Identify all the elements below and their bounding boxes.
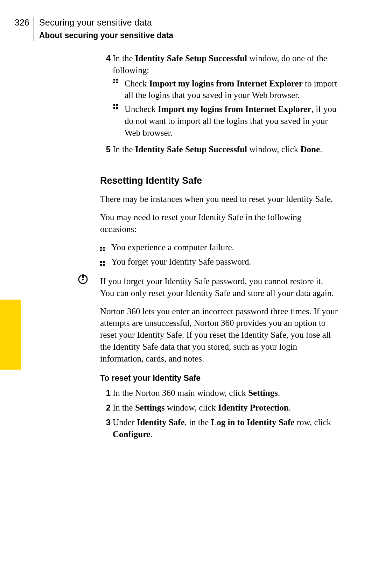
step-number: 3	[100, 416, 113, 440]
paragraph: There may be instances when you need to …	[100, 193, 338, 205]
svg-rect-15	[103, 264, 105, 266]
step-2: 2 In the Settings window, click Identity…	[100, 402, 338, 414]
chapter-title: Securing your sensitive data	[39, 17, 173, 29]
step-text: In the Identity Safe Setup Successful wi…	[113, 144, 338, 155]
svg-rect-3	[116, 82, 118, 83]
svg-rect-14	[100, 264, 102, 266]
step-5: 5 In the Identity Safe Setup Successful …	[100, 144, 338, 155]
warning-icon	[78, 274, 88, 285]
step-number: 1	[100, 387, 113, 399]
svg-rect-2	[113, 82, 115, 83]
svg-rect-4	[113, 104, 115, 106]
page-number: 326	[15, 17, 34, 29]
svg-rect-6	[113, 107, 115, 109]
step-1: 1 In the Norton 360 main window, click S…	[100, 387, 338, 399]
square-bullet-icon	[113, 103, 125, 109]
list-text: You forget your Identity Safe password.	[111, 256, 251, 268]
step-text: In the Settings window, click Identity P…	[113, 402, 338, 414]
bullet-text: Uncheck Import my logins from Internet E…	[125, 103, 338, 139]
page-tab	[0, 300, 21, 370]
svg-rect-18	[82, 274, 84, 278]
svg-rect-0	[113, 79, 115, 80]
section-title: About securing your sensitive data	[39, 30, 173, 41]
bullet-text: Check Import my logins from Internet Exp…	[125, 78, 338, 102]
svg-rect-1	[116, 79, 118, 80]
svg-rect-12	[100, 261, 102, 263]
step-text: In the Norton 360 main window, click Set…	[113, 387, 338, 399]
svg-rect-10	[100, 250, 102, 251]
square-bullet-icon	[100, 256, 111, 269]
sub-bullet: Uncheck Import my logins from Internet E…	[113, 103, 338, 139]
list-item: You forget your Identity Safe password.	[100, 256, 338, 269]
step-text: Under Identity Safe, in the Log in to Id…	[113, 416, 338, 440]
main-content: 4 In the Identity Safe Setup Successful …	[100, 52, 338, 443]
step-number: 5	[100, 144, 113, 155]
square-bullet-icon	[100, 241, 111, 255]
warning-paragraph: If you forget your Identity Safe passwor…	[100, 275, 338, 299]
step-3: 3 Under Identity Safe, in the Log in to …	[100, 416, 338, 440]
procedure-heading: To reset your Identity Safe	[100, 373, 338, 384]
svg-rect-5	[116, 104, 118, 106]
svg-rect-8	[100, 247, 102, 248]
svg-rect-7	[116, 107, 118, 109]
page-header: 326 Securing your sensitive data About s…	[15, 17, 350, 41]
step-4: 4 In the Identity Safe Setup Successful …	[100, 52, 338, 141]
step-text: In the Identity Safe Setup Successful wi…	[113, 52, 338, 76]
step-number: 4	[100, 52, 113, 141]
sub-bullet: Check Import my logins from Internet Exp…	[113, 78, 338, 102]
paragraph: Norton 360 lets you enter an incorrect p…	[100, 306, 338, 365]
svg-rect-9	[103, 247, 105, 248]
header-divider	[34, 17, 34, 41]
step-number: 2	[100, 402, 113, 414]
list-text: You experience a computer failure.	[111, 241, 234, 253]
paragraph: You may need to reset your Identity Safe…	[100, 211, 338, 235]
square-bullet-icon	[113, 78, 125, 84]
subheading-resetting: Resetting Identity Safe	[100, 174, 338, 187]
svg-rect-13	[103, 261, 105, 263]
svg-point-19	[82, 279, 84, 280]
list-item: You experience a computer failure.	[100, 241, 338, 255]
svg-rect-11	[103, 250, 105, 251]
